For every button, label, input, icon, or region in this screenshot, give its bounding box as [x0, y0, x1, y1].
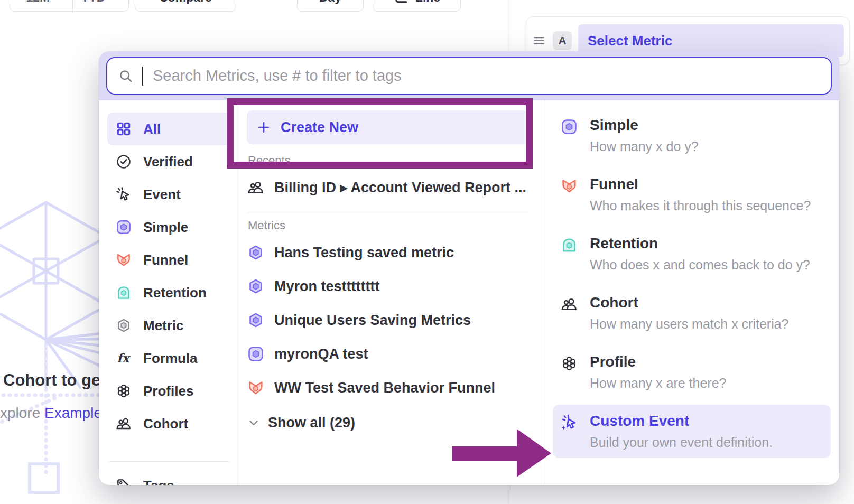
recent-item-billing-id[interactable]: Billing ID ▸ Account Viewed Report ...: [247, 171, 529, 204]
chart-type-line-button[interactable]: Line: [373, 0, 461, 12]
type-funnel[interactable]: Funnel Who makes it through this sequenc…: [553, 168, 831, 221]
retention-icon: [560, 236, 578, 254]
cohort-people-icon: [115, 415, 133, 433]
range-12m-button[interactable]: 12M: [10, 0, 66, 11]
type-custom-event[interactable]: Custom Event Build your own event defini…: [553, 405, 831, 458]
list-divider: [247, 212, 529, 212]
sidebar-item-funnel[interactable]: Funnel: [107, 244, 231, 276]
metric-types-column: Simple How many x do y? Funnel Who makes…: [545, 100, 839, 485]
search-box[interactable]: [106, 57, 832, 95]
sidebar-item-simple[interactable]: Simple: [107, 211, 231, 244]
grid-icon: [115, 120, 133, 138]
sidebar-item-cohort[interactable]: Cohort: [107, 407, 231, 440]
custom-event-arrow: [449, 423, 555, 481]
sidebar-item-retention[interactable]: Retention: [107, 276, 231, 309]
range-ytd-button[interactable]: YTD: [72, 0, 129, 11]
series-a-badge: A: [553, 31, 572, 50]
cohort-people-icon: [560, 295, 578, 313]
type-cohort[interactable]: Cohort How many users match x criteria?: [553, 286, 831, 340]
line-chart-icon: [393, 0, 409, 5]
type-retention[interactable]: Retention Who does x and comes back to d…: [553, 227, 831, 281]
explore-text-fragment: xplore: [0, 405, 40, 421]
type-profile[interactable]: Profile How many x are there?: [553, 346, 831, 399]
hexagon-metric-icon: [247, 311, 265, 329]
metrics-header: Metrics: [248, 219, 529, 232]
retention-icon: [115, 284, 133, 302]
simple-metric-icon: [560, 118, 578, 136]
background-heading-fragment: Cohort to ge: [3, 371, 100, 390]
profiles-flower-icon: [115, 382, 133, 400]
search-strip: [99, 51, 839, 100]
hexagon-metric-icon: [247, 277, 265, 295]
metric-selector-screen: { "toolbar": { "time_12m": "12M", "time_…: [0, 0, 854, 504]
create-new-highlight-box: [227, 98, 533, 169]
sidebar-item-profiles[interactable]: Profiles: [107, 375, 231, 407]
sidebar-item-all[interactable]: All: [107, 113, 231, 145]
custom-event-cursor-icon: [560, 414, 578, 432]
sidebar-divider: [108, 461, 229, 462]
date-range-segmented-control: 12M YTD: [10, 0, 129, 12]
funnel-icon: [560, 177, 578, 195]
drag-handle-icon[interactable]: [532, 33, 546, 48]
funnel-icon: [247, 379, 265, 397]
metric-item[interactable]: myronQA test: [247, 337, 529, 371]
simple-metric-icon: [115, 218, 133, 236]
sidebar-item-event[interactable]: Event: [107, 178, 231, 211]
cohort-people-icon: [247, 179, 265, 197]
sidebar-item-tags-partial[interactable]: Tags: [107, 469, 231, 485]
search-icon: [118, 68, 134, 84]
chevron-down-icon: [247, 416, 261, 430]
sidebar-item-verified[interactable]: Verified: [107, 145, 231, 178]
filter-sidebar: All Verified Event Simple Funnel Retenti…: [99, 100, 238, 485]
type-simple[interactable]: Simple How many x do y?: [553, 109, 831, 162]
sidebar-item-metric[interactable]: Metric: [107, 309, 231, 342]
tag-icon: [115, 477, 133, 485]
verified-badge-icon: [115, 153, 133, 171]
hexagon-metric-icon: [247, 244, 265, 262]
interval-day-button[interactable]: Day: [297, 0, 364, 12]
simple-metric-icon: [247, 345, 265, 363]
metric-hexagon-icon: [115, 316, 133, 334]
chevron-down-icon: [109, 0, 120, 3]
metric-item[interactable]: WW Test Saved Behavior Funnel: [247, 371, 529, 405]
profiles-flower-icon: [560, 354, 578, 372]
sidebar-item-formula[interactable]: Formula: [107, 342, 231, 375]
metric-item[interactable]: Myron testttttttt: [247, 269, 529, 303]
metric-item[interactable]: Unique Users Saving Metrics: [247, 303, 529, 337]
formula-fx-icon: [115, 349, 133, 367]
metric-item[interactable]: Hans Testing saved metric: [247, 236, 529, 269]
funnel-icon: [115, 251, 133, 269]
search-input[interactable]: [152, 67, 820, 85]
event-cursor-icon: [115, 185, 133, 203]
text-cursor: [142, 67, 143, 86]
compare-button[interactable]: Compare: [135, 0, 236, 12]
